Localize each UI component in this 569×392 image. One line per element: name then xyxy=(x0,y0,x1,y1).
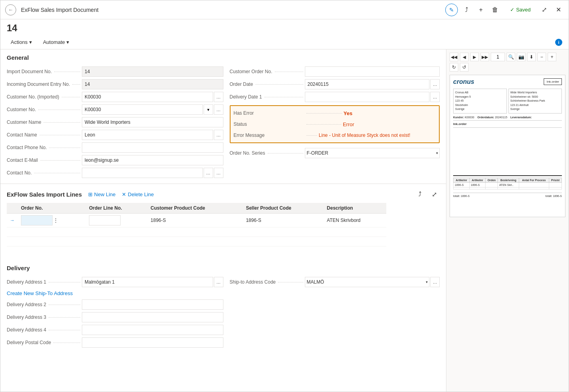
lines-title: ExFlow Sales Import Lines xyxy=(7,191,82,198)
actions-button[interactable]: Actions ▾ xyxy=(7,37,36,47)
preview-download-button[interactable]: ⬇ xyxy=(527,53,536,61)
delivery-address4-input[interactable] xyxy=(82,325,223,335)
table-scrollbar[interactable] xyxy=(7,246,440,252)
import-doc-no-input[interactable] xyxy=(82,66,223,77)
row-order-no-input[interactable] xyxy=(21,215,53,225)
preview-last-page-button[interactable]: ▶▶ xyxy=(480,53,489,61)
contact-phone-input[interactable] xyxy=(82,142,223,153)
preview-col-beskrivning: Beskrivning xyxy=(498,178,519,182)
new-line-icon: ⊞ xyxy=(88,191,93,197)
order-date-label: Order Date xyxy=(230,81,305,87)
preview-refresh-button[interactable]: ↻ xyxy=(450,63,458,72)
status-label: Status xyxy=(234,121,305,127)
preview-prev-page-button[interactable]: ◀ xyxy=(460,53,469,61)
delivery-date-label: Delivery Date 1 xyxy=(230,94,305,100)
preview-search-button[interactable]: 🔍 xyxy=(507,53,515,61)
edit-button[interactable]: ✎ xyxy=(445,4,458,16)
table-empty-row1 xyxy=(7,227,386,237)
info-icon[interactable]: i xyxy=(555,39,562,46)
import-doc-no-label: Import Document No. xyxy=(7,69,82,74)
preview-camera-button[interactable]: 📷 xyxy=(517,53,526,61)
share-button[interactable]: ⤴ xyxy=(461,4,472,15)
customer-no-imported-value: … xyxy=(82,92,223,102)
new-line-button[interactable]: ⊞ New Line xyxy=(88,191,115,197)
order-date-ellipsis-button[interactable]: … xyxy=(430,79,440,89)
create-ship-to-link[interactable]: Create New Ship-To Address xyxy=(7,290,73,296)
preview-next-page-button[interactable]: ▶ xyxy=(470,53,479,61)
preview-divider xyxy=(453,120,562,121)
row-dots-icon[interactable]: ⋮ xyxy=(53,218,58,223)
delete-icon: 🗑 xyxy=(492,6,498,13)
customer-no-imported-input[interactable] xyxy=(82,92,213,102)
document-preview: cronus Ink.order Cronus AB Hemvagen 5 12… xyxy=(450,75,565,217)
order-no-series-select[interactable]: F-ORDER xyxy=(305,148,440,158)
delivery-left-col: Delivery Address 1 … Create New Ship-To … xyxy=(7,276,223,348)
customer-order-no-input[interactable] xyxy=(305,66,440,77)
customer-no-ellipsis-button[interactable]: … xyxy=(214,104,223,115)
row-arrow-icon[interactable]: → xyxy=(10,218,15,223)
order-date-input[interactable] xyxy=(305,79,430,89)
delivery-address4-value xyxy=(82,325,223,335)
delivery-address1-label: Delivery Address 1 xyxy=(7,279,82,285)
has-error-value: Yes xyxy=(344,110,352,116)
ship-to-address-code-label: Ship-to Address Code xyxy=(230,279,305,285)
back-icon: ← xyxy=(8,7,13,13)
delivery-date-ellipsis-button[interactable]: … xyxy=(430,92,440,102)
customer-no-input[interactable] xyxy=(82,104,203,115)
row-order-line-no-input[interactable] xyxy=(89,215,121,225)
customer-name-label: Customer Name xyxy=(7,119,82,125)
delete-button[interactable]: 🗑 xyxy=(490,4,501,15)
contact-name-value: … xyxy=(82,130,223,140)
page-title: ExFlow Sales Import Document xyxy=(21,7,445,13)
contact-no-ellipsis2-button[interactable]: … xyxy=(214,168,223,178)
col-arrow xyxy=(7,203,18,214)
lines-share-button[interactable]: ⤴ xyxy=(414,189,425,200)
delete-line-button[interactable]: ✕ Delete Line xyxy=(122,191,154,197)
preview-page-input[interactable] xyxy=(491,53,505,61)
check-icon: ✓ xyxy=(510,7,514,13)
customer-name-row: Customer Name xyxy=(7,116,223,128)
automate-button[interactable]: Automate ▾ xyxy=(39,37,74,47)
incoming-doc-entry-input[interactable] xyxy=(82,79,223,89)
order-date-row: Order Date … xyxy=(230,78,440,90)
contact-email-input[interactable] xyxy=(82,155,223,165)
preview-undo-button[interactable]: ↺ xyxy=(460,63,469,72)
ship-to-address-code-select[interactable]: MALMÖ xyxy=(305,277,430,287)
contact-no-ellipsis1-button[interactable]: … xyxy=(204,168,213,178)
contact-phone-label: Contact Phone No. xyxy=(7,145,82,150)
automate-chevron-icon: ▾ xyxy=(66,39,69,45)
delivery-date-value: … xyxy=(305,92,440,102)
preview-zoom-out-button[interactable]: − xyxy=(537,53,546,61)
close-button[interactable]: ✕ xyxy=(553,4,564,15)
general-right-col: Customer Order No. Order Date xyxy=(223,66,440,179)
delivery-postal-code-input[interactable] xyxy=(82,337,223,348)
delivery-date-input[interactable] xyxy=(305,92,430,102)
top-icons: ✎ ⤴ + 🗑 ✓ Saved ⤢ ✕ xyxy=(445,4,564,16)
delivery-address1-input[interactable] xyxy=(82,277,213,287)
delivery-address2-input[interactable] xyxy=(82,299,223,310)
expand-button[interactable]: ⤢ xyxy=(539,4,550,15)
delivery-address1-value: … xyxy=(82,277,223,287)
delivery-address3-input[interactable] xyxy=(82,312,223,322)
incoming-doc-entry-row: Incoming Document Entry No. xyxy=(7,78,223,90)
customer-no-imported-ellipsis-button[interactable]: … xyxy=(214,92,223,102)
preview-first-page-button[interactable]: ◀◀ xyxy=(450,53,458,61)
lines-fullscreen-button[interactable]: ⤢ xyxy=(429,189,440,200)
delivery-address1-row: Delivery Address 1 … xyxy=(7,276,223,288)
contact-name-ellipsis-button[interactable]: … xyxy=(214,130,223,140)
customer-no-dropdown-button[interactable]: ▾ xyxy=(204,104,213,115)
preview-order-box: Ink.order xyxy=(544,78,562,85)
add-button[interactable]: + xyxy=(475,4,486,15)
delivery-address1-ellipsis-button[interactable]: … xyxy=(214,277,223,287)
ship-to-address-code-row: Ship-to Address Code MALMÖ ▾ xyxy=(230,276,440,288)
ship-to-address-code-ellipsis-button[interactable]: … xyxy=(430,277,440,287)
scrollbar-inner xyxy=(7,246,204,247)
customer-name-input[interactable] xyxy=(82,117,223,127)
contact-no-input[interactable] xyxy=(82,168,203,178)
lines-share-icon: ⤴ xyxy=(418,191,422,198)
back-button[interactable]: ← xyxy=(5,4,16,15)
preview-col-artikelnr1: Artikelnr xyxy=(454,178,470,182)
preview-zoom-in-button[interactable]: + xyxy=(548,53,556,61)
contact-name-input[interactable] xyxy=(82,130,213,140)
table-header-row: Order No. Order Line No. Customer Produc… xyxy=(7,203,386,214)
